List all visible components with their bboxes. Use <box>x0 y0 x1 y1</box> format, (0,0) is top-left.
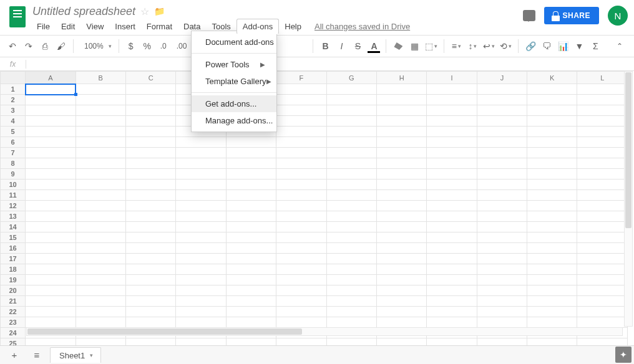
cell[interactable] <box>376 127 426 137</box>
cell[interactable] <box>76 211 125 222</box>
cell[interactable] <box>527 116 577 127</box>
cell[interactable] <box>326 264 376 275</box>
cell[interactable] <box>76 254 125 264</box>
cell[interactable] <box>176 190 226 201</box>
menu-item-manage-add-ons[interactable]: Manage add-ons... <box>192 112 276 129</box>
cell[interactable] <box>276 190 326 201</box>
strike-button[interactable]: S <box>350 38 365 54</box>
cell[interactable] <box>76 201 125 211</box>
cell[interactable] <box>276 158 326 169</box>
cell[interactable] <box>26 148 76 158</box>
cell[interactable] <box>427 201 477 211</box>
cell[interactable] <box>527 84 577 95</box>
cell[interactable] <box>26 285 76 296</box>
cell[interactable] <box>577 317 628 328</box>
cell[interactable] <box>376 190 426 201</box>
cell[interactable] <box>376 84 426 95</box>
cell[interactable] <box>226 201 276 211</box>
cell[interactable] <box>527 338 577 346</box>
cell[interactable] <box>276 317 326 328</box>
cell[interactable] <box>176 211 226 222</box>
cell[interactable] <box>427 254 477 264</box>
cell[interactable] <box>326 116 376 127</box>
cell[interactable] <box>76 116 125 127</box>
cell[interactable] <box>176 317 226 328</box>
cell[interactable] <box>477 296 527 307</box>
cell[interactable] <box>26 190 76 201</box>
cell[interactable] <box>527 95 577 105</box>
cell[interactable] <box>26 201 76 211</box>
cell[interactable] <box>527 275 577 285</box>
cell[interactable] <box>577 338 628 346</box>
cell[interactable] <box>276 307 326 317</box>
cell[interactable] <box>326 84 376 95</box>
cell[interactable] <box>76 296 125 307</box>
cell[interactable] <box>527 285 577 296</box>
cell[interactable] <box>577 254 628 264</box>
row-header[interactable]: 22 <box>1 307 26 317</box>
column-header[interactable]: B <box>76 72 125 84</box>
cell[interactable] <box>176 338 226 346</box>
cell[interactable] <box>276 254 326 264</box>
menu-item-insert[interactable]: Insert <box>109 19 141 34</box>
cell[interactable] <box>176 169 226 180</box>
cell[interactable] <box>76 105 125 116</box>
cell[interactable] <box>125 222 175 232</box>
menu-item-power-tools[interactable]: Power Tools▶ <box>192 56 276 73</box>
cell[interactable] <box>477 137 527 148</box>
cell[interactable] <box>125 285 175 296</box>
cell[interactable] <box>176 222 226 232</box>
cell[interactable] <box>125 275 175 285</box>
column-header[interactable]: K <box>527 72 577 84</box>
fx-label[interactable]: fx <box>0 60 26 69</box>
cell[interactable] <box>226 232 276 243</box>
vertical-scrollbar[interactable] <box>624 71 633 327</box>
scrollbar-thumb[interactable] <box>625 72 632 228</box>
cell[interactable] <box>326 169 376 180</box>
cell[interactable] <box>577 116 628 127</box>
undo-button[interactable]: ↶ <box>5 38 20 54</box>
cell[interactable] <box>176 254 226 264</box>
cell[interactable] <box>427 127 477 137</box>
cell[interactable] <box>326 243 376 254</box>
cell[interactable] <box>376 211 426 222</box>
row-header[interactable]: 24 <box>1 328 26 338</box>
cell[interactable] <box>376 180 426 190</box>
cell[interactable] <box>376 275 426 285</box>
column-header[interactable]: G <box>326 72 376 84</box>
cell[interactable] <box>76 137 125 148</box>
cell[interactable] <box>577 211 628 222</box>
cell[interactable] <box>376 243 426 254</box>
text-color-button[interactable]: A <box>366 38 381 54</box>
cell[interactable] <box>26 116 76 127</box>
cell[interactable] <box>176 201 226 211</box>
cell[interactable] <box>527 222 577 232</box>
cell[interactable] <box>125 264 175 275</box>
cell[interactable] <box>125 148 175 158</box>
cell[interactable] <box>326 190 376 201</box>
cell[interactable] <box>527 137 577 148</box>
cell[interactable] <box>577 180 628 190</box>
print-button[interactable]: ⎙ <box>37 38 52 54</box>
row-header[interactable]: 2 <box>1 95 26 105</box>
row-header[interactable]: 21 <box>1 296 26 307</box>
cell[interactable] <box>276 264 326 275</box>
cell[interactable] <box>76 232 125 243</box>
cell[interactable] <box>527 127 577 137</box>
row-header[interactable]: 8 <box>1 158 26 169</box>
cell[interactable] <box>477 254 527 264</box>
cell[interactable] <box>26 127 76 137</box>
cell[interactable] <box>76 190 125 201</box>
cell[interactable] <box>276 105 326 116</box>
cell[interactable] <box>125 190 175 201</box>
cell[interactable] <box>276 148 326 158</box>
cell[interactable] <box>226 222 276 232</box>
cell[interactable] <box>125 127 175 137</box>
cell[interactable] <box>276 296 326 307</box>
cell[interactable] <box>26 211 76 222</box>
cell[interactable] <box>477 127 527 137</box>
avatar[interactable]: N <box>608 6 628 26</box>
vert-align-button[interactable]: ↕▾ <box>465 38 480 54</box>
cell[interactable] <box>326 338 376 346</box>
cell[interactable] <box>376 95 426 105</box>
